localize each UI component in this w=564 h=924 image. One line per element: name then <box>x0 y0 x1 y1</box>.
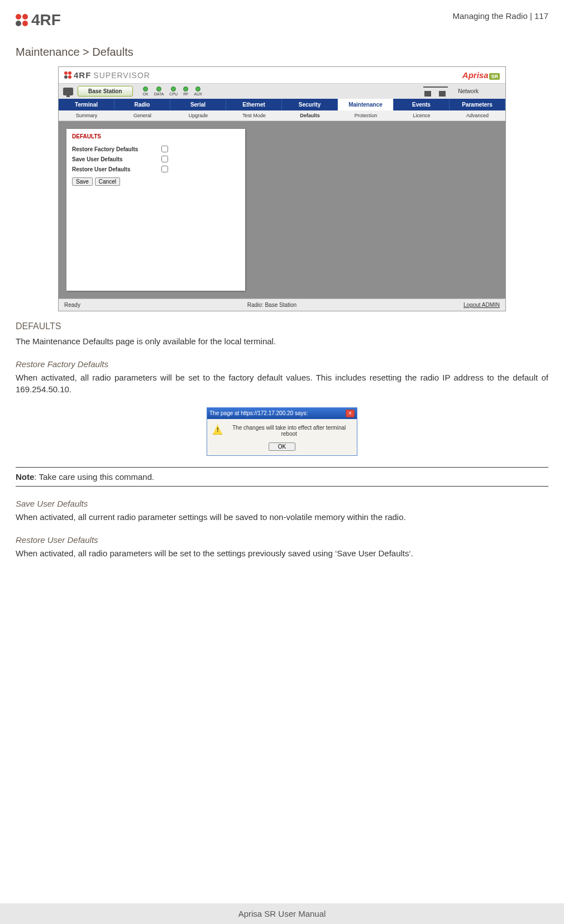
led-ok: OK <box>143 92 149 96</box>
note-line: Note: Take care using this command. <box>16 472 548 482</box>
checkbox-save-user[interactable] <box>161 156 168 162</box>
status-ready: Ready <box>64 302 80 308</box>
product-badge: SR <box>489 73 500 80</box>
row-save-user: Save User Defaults <box>72 156 161 162</box>
tab-events[interactable]: Events <box>394 99 450 110</box>
led-cpu: CPU <box>169 92 178 96</box>
subtab-summary[interactable]: Summary <box>59 110 114 121</box>
row-restore-factory: Restore Factory Defaults <box>72 146 161 152</box>
network-icon <box>423 86 448 97</box>
subtab-licence[interactable]: Licence <box>394 110 450 121</box>
tab-terminal[interactable]: Terminal <box>59 99 114 110</box>
tab-maintenance[interactable]: Maintenance <box>338 99 394 110</box>
checkbox-restore-user[interactable] <box>161 166 168 172</box>
brand-logo: 4RF <box>16 11 61 29</box>
page-title: Maintenance > Defaults <box>16 46 548 59</box>
page-footer: Aprisa SR User Manual <box>0 903 564 924</box>
para-rfd: When activated, all radio parameters wil… <box>16 372 548 395</box>
tab-parameters[interactable]: Parameters <box>450 99 505 110</box>
base-station-button[interactable]: Base Station <box>78 86 133 97</box>
product-name: AprisaSR <box>462 70 500 80</box>
tab-radio[interactable]: Radio <box>114 99 170 110</box>
tab-serial[interactable]: Serial <box>170 99 226 110</box>
logo-text: 4RF <box>31 11 61 29</box>
divider <box>16 486 548 487</box>
note-bold: Note <box>16 472 34 482</box>
led-rf: RF <box>183 92 188 96</box>
warning-icon <box>213 425 222 435</box>
subtab-defaults[interactable]: Defaults <box>282 110 338 121</box>
tab-security[interactable]: Security <box>282 99 338 110</box>
status-radio: Radio: Base Station <box>247 302 297 308</box>
subtab-upgrade[interactable]: Upgrade <box>170 110 226 121</box>
supervisor-screenshot: 4RF SUPERVISOR AprisaSR Base Station OK … <box>58 66 506 311</box>
defaults-panel: DEFAULTS Restore Factory Defaults Save U… <box>66 129 245 291</box>
divider <box>16 467 548 468</box>
heading-sud: Save User Defaults <box>16 499 548 508</box>
page-header-right: Managing the Radio | 117 <box>452 11 548 21</box>
note-text: : Take care using this command. <box>34 472 154 482</box>
main-tabs: Terminal Radio Serial Ethernet Security … <box>59 99 505 110</box>
supervisor-logo: 4RF SUPERVISOR <box>64 70 150 80</box>
checkbox-restore-factory[interactable] <box>161 146 168 152</box>
subtab-general[interactable]: General <box>114 110 170 121</box>
dialog-ok-button[interactable]: OK <box>269 442 295 451</box>
led-data: DATA <box>154 92 164 96</box>
device-icon <box>63 88 73 95</box>
dialog-title: The page at https://172.17.200.20 says: <box>209 410 308 416</box>
logo-icon <box>16 14 28 26</box>
heading-rud: Restore User Defaults <box>16 535 548 545</box>
heading-rfd: Restore Factory Defaults <box>16 359 548 369</box>
dialog-screenshot: The page at https://172.17.200.20 says: … <box>207 407 357 456</box>
led-row: OK DATA CPU RF AUX <box>143 86 202 96</box>
para-sud: When activated, all current radio parame… <box>16 512 548 523</box>
panel-title: DEFAULTS <box>72 133 240 139</box>
network-label: Network <box>458 88 479 94</box>
para-rud: When activated, all radio parameters wil… <box>16 548 548 559</box>
logout-link[interactable]: Logout ADMIN <box>463 302 500 308</box>
tab-ethernet[interactable]: Ethernet <box>226 99 282 110</box>
dialog-body-text: The changes will take into effect after … <box>227 425 351 437</box>
led-aux: AUX <box>194 92 202 96</box>
subtab-testmode[interactable]: Test Mode <box>226 110 282 121</box>
cancel-button[interactable]: Cancel <box>95 177 120 186</box>
subtab-protection[interactable]: Protection <box>338 110 394 121</box>
row-restore-user: Restore User Defaults <box>72 166 161 172</box>
close-icon[interactable]: × <box>346 410 355 417</box>
supervisor-sub: SUPERVISOR <box>93 71 150 80</box>
subtab-advanced[interactable]: Advanced <box>450 110 505 121</box>
sub-tabs: Summary General Upgrade Test Mode Defaul… <box>59 110 505 121</box>
save-button[interactable]: Save <box>72 177 93 186</box>
para-defaults: The Maintenance Defaults page is only av… <box>16 336 548 347</box>
heading-defaults: DEFAULTS <box>16 321 548 331</box>
product-text: Aprisa <box>462 70 489 80</box>
supervisor-brand: 4RF <box>74 70 91 80</box>
